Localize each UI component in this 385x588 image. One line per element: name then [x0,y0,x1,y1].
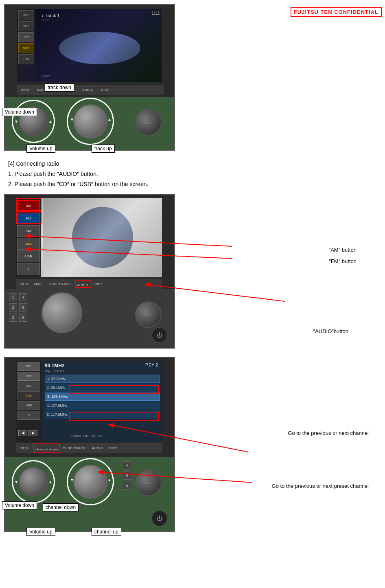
ch-preset-6[interactable]: 6 [123,482,131,490]
push-knob[interactable]: PUSH [135,109,162,136]
section-mid: AM FM SAT DISC USB [4,194,381,349]
cd-visual [59,32,140,64]
fm-red-highlight [16,211,42,224]
track-up-callout: track up [92,145,115,153]
ch-preset-4[interactable]: 4 [123,461,131,470]
preset-2[interactable]: 2 [9,303,17,312]
preset-4[interactable]: 4 [19,293,27,301]
knobs-bg: ▼ ▲ ▼ ▲ PUSH [5,97,175,150]
screen-inner: 1:12 FM1 FM2 SAT DISC [17,9,162,82]
push-label-3: PUSH [144,481,152,484]
track-arrow-head-right: ▲ [107,117,112,122]
tune-track-btn-label-3: TUNE/TRACK [63,446,85,450]
preset-3[interactable]: 3 [9,314,17,322]
section-4-step1: 1. Please push the ″AUDIO″ button. [8,169,377,179]
screen-track-info: ♪ Track 1 [42,13,158,18]
volume-up-callout: Volume up [26,145,55,153]
channel-nav-red-box-bottom [69,412,159,421]
push-label: PUSH [144,121,152,124]
power-button-3[interactable]: ⏻ [151,510,168,527]
audio-red-box [75,280,92,288]
channel-knob-3[interactable] [73,465,107,499]
button-row-1: INFO MAP TUNE/TRACK AUDIO DISP [17,85,164,95]
screen-area-1: 1:12 FM1 FM2 SAT DISC [17,9,162,82]
tune-track-btn-label-2: TUNE/TRACK [48,282,71,286]
map-btn-label-2: MAP [34,282,42,286]
preset-5[interactable]: 5 [19,303,27,312]
volume-down-callout-3: Volume down [2,501,37,509]
fm-button-label: ″FM″ button [329,258,357,264]
push-label-2: PUSH [144,313,152,316]
center-knob-area: ▼ ▲ [70,101,111,142]
channel-down-callout-3: channel down [43,503,79,511]
push-knob-2[interactable]: PUSH [135,301,162,328]
knobs-area-3: ▼ ▲ ▼ ▲ 4 5 [5,457,175,532]
button-row-3: INFO channel down channel down TUNE/TRAC… [16,443,162,453]
channel-display: P.CH 2 [145,363,158,367]
preset-6[interactable]: 6 [19,314,27,322]
preset-1[interactable]: 1 [9,293,17,301]
info-btn-label-2: INFO [20,282,28,286]
channel-arrow-3-left: ▼ [70,478,74,482]
channel-up-callout-3: channel up [92,528,121,536]
section-4-step2: 2. Please push the ″CD″ or ″USB″ button … [8,179,377,189]
ch-preset-5[interactable]: 5 [123,472,131,480]
map-btn-label: MAP [37,88,45,92]
track-down-callout: track down [45,83,74,92]
sat-sidebar-item: SAT [17,225,40,237]
volume-knob-3[interactable] [18,467,48,497]
info-btn-label-3: INFO [20,446,28,450]
channel-arrow-3-right: ▲ [107,478,112,482]
volume-down-callout: Volume down [2,108,37,116]
center-knob-area-3: ▼ ▲ [70,461,111,502]
prev-next-preset-label: Go to the previous or next preset channe… [272,483,369,489]
device-photo-2: AM FM SAT DISC USB [4,194,175,349]
push-knob-3[interactable]: PUSH [135,470,162,496]
prev-next-channel-label: Go to the previous or next channel [288,430,369,436]
am-button-label: ″AM″ button [329,247,357,253]
screen-3-sidebar: FM1 FM2 SAT DISC [16,361,42,442]
disp-btn-label-2: DISP [94,282,103,286]
info-btn-label: INFO [21,88,30,92]
section-4-title: [4] Connecting radio [8,159,377,169]
vol-arrow-head-left: ▼ [14,119,18,124]
volume-up-callout-3: Volume up [26,528,55,536]
disc-sidebar-item: DISC [17,238,40,250]
section-top: 1:12 FM1 FM2 SAT DISC [4,4,381,151]
button-row-2: INFO MAP TUNE/TRACK AUDIO DISP [16,279,162,289]
audio-button-label: ″AUDIO″button [313,328,348,334]
knobs-area-2: 1 4 2 5 3 6 PUSH [5,289,175,349]
audio-btn-label-3: AUDIO [92,446,103,450]
left-knob-area-3: ▼ ▲ [15,463,52,500]
channel-item-1[interactable]: 1. 87.9MHz [45,375,160,383]
v-sidebar-item: V [17,263,40,275]
vol-arrow-head-right: ▲ [48,119,52,124]
vol-arrow-3-left: ▼ [14,480,18,484]
channel-down-label: channel down [35,448,58,451]
disc-visual-mid [72,207,133,268]
track-knob[interactable] [73,104,107,138]
channel-nav-red-box-top [69,385,159,394]
screen-area-2: AM FM SAT DISC USB [16,198,162,277]
usb-sidebar-item: USB [17,250,40,262]
channel-item-4[interactable]: 4. 107.9MHz [45,402,160,410]
disp-btn-label: DISP [101,88,109,92]
device-photo-1: 1:12 FM1 FM2 SAT DISC [4,4,175,151]
next-nav-btn[interactable]: ▶ [28,430,37,436]
channel-down-container: channel down channel down [34,445,57,451]
track-arrow-head-left: ▼ [70,117,74,122]
audio-btn-label: AUDIO [82,88,94,92]
am-red-highlight [16,198,42,211]
audio-button-container[interactable]: AUDIO [77,281,88,287]
vol-arrow-3-right: ▲ [48,480,52,484]
section-4-text: [4] Connecting radio 1. Please push the … [8,159,377,190]
prev-nav-btn[interactable]: ◀ [18,430,27,436]
screen-area-3: FM1 FM2 SAT DISC [16,361,162,442]
disp-btn-label-3: DISP [109,446,118,450]
power-button[interactable]: ⏻ [151,327,168,343]
main-tune-knob-2[interactable] [42,292,82,333]
section-bottom: FM1 FM2 SAT DISC [4,357,381,532]
screen-3-inner: FM1 FM2 SAT DISC [16,361,162,442]
radio-freq-display: 93.1MHz [45,363,160,369]
screen-2-inner: AM FM SAT DISC USB [16,198,162,277]
